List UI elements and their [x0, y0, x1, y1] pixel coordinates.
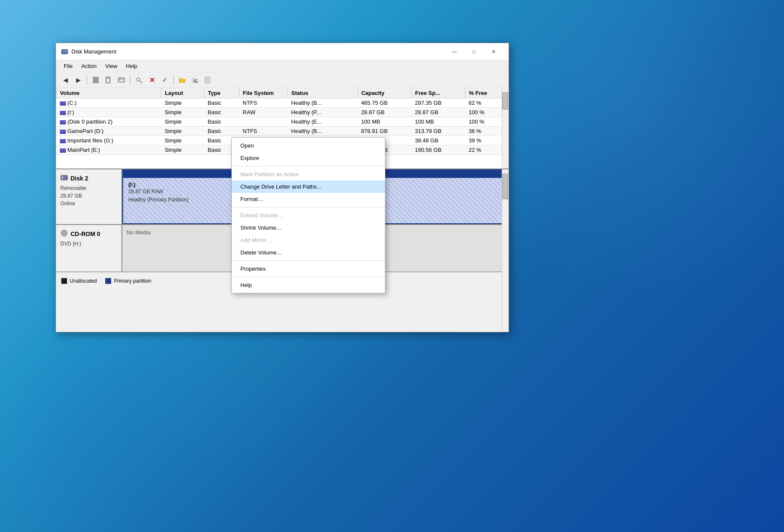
toolbar-sep-1 — [87, 75, 87, 85]
cell-5: 465.75 GB — [358, 98, 411, 108]
col-status[interactable]: Status — [288, 88, 358, 98]
svg-rect-13 — [121, 79, 124, 79]
svg-text:?: ? — [107, 77, 108, 80]
disk-management-window: Disk Management — □ ✕ File Action View H… — [56, 43, 509, 332]
cell-1: Simple — [161, 117, 204, 127]
disk2-title: Disk 2 — [60, 174, 117, 183]
menu-bar: File Action View Help — [56, 60, 509, 72]
cdrom-name: CD-ROM 0 — [71, 231, 100, 237]
back-button[interactable]: ◀ — [59, 74, 71, 86]
svg-rect-14 — [121, 80, 123, 80]
maximize-button[interactable]: □ — [464, 45, 484, 59]
view-disk-list-button[interactable] — [90, 74, 102, 86]
search-button[interactable] — [189, 74, 201, 86]
no-media-text: No Media — [127, 229, 151, 236]
legend-unallocated: Unallocated — [61, 278, 97, 284]
svg-rect-3 — [65, 51, 67, 52]
disk2-info: Removable 28.87 GB Online — [60, 184, 117, 207]
svg-rect-2 — [65, 50, 67, 51]
properties-button[interactable]: ? — [103, 74, 115, 86]
disk2-size: 28.87 GB — [60, 192, 117, 200]
cell-4: Healthy (B... — [288, 127, 358, 136]
folder-button[interactable] — [176, 74, 188, 86]
ctx-help[interactable]: Help — [232, 279, 385, 291]
cell-5: 100 MB — [358, 117, 411, 127]
ctx-delete[interactable]: Delete Volume… — [232, 246, 385, 259]
ctx-add-mirror: Add Mirror… — [232, 234, 385, 246]
cell-5: 878.91 GB — [358, 127, 411, 136]
delete-button[interactable]: ✕ — [146, 74, 158, 86]
cdrom-type: DVD (H:) — [60, 240, 117, 248]
cell-1: Simple — [161, 136, 204, 145]
col-capacity[interactable]: Capacity — [358, 88, 411, 98]
table-row[interactable]: (Disk 0 partition 2)SimpleBasicHealthy (… — [56, 117, 509, 127]
scrollbar-thumb[interactable] — [502, 92, 508, 109]
table-row[interactable]: (C:)SimpleBasicNTFSHealthy (B...465.75 G… — [56, 98, 509, 108]
disk-properties-button[interactable] — [115, 74, 127, 86]
menu-file[interactable]: File — [59, 61, 77, 71]
toolbar-sep-2 — [130, 75, 130, 85]
col-layout[interactable]: Layout — [161, 88, 204, 98]
ctx-separator — [232, 260, 385, 261]
cell-3: RAW — [239, 108, 287, 117]
col-type[interactable]: Type — [204, 88, 240, 98]
svg-rect-10 — [107, 78, 109, 78]
svg-point-27 — [63, 232, 65, 234]
cell-0: GamePart (D:) — [56, 127, 161, 136]
cdrom-title: CD-ROM 0 — [60, 229, 117, 238]
toolbar: ◀ ▶ ? ✕ ✓ — [56, 72, 509, 88]
svg-line-16 — [139, 81, 142, 83]
col-volume[interactable]: Volume — [56, 88, 161, 98]
window-icon — [61, 48, 68, 55]
cell-1: Simple — [161, 127, 204, 136]
disk2-status: Online — [60, 200, 117, 207]
ctx-mark-active: Mark Partition as Active — [232, 168, 385, 180]
cell-0: MainPart (E:) — [56, 145, 161, 155]
table-row[interactable]: GamePart (D:)SimpleBasicNTFSHealthy (B..… — [56, 127, 509, 136]
cdrom-icon — [60, 229, 68, 238]
disk-map-scrollbar[interactable] — [502, 169, 509, 332]
disk2-name: Disk 2 — [71, 175, 88, 182]
cell-0: (Disk 0 partition 2) — [56, 117, 161, 127]
ctx-open[interactable]: Open — [232, 139, 385, 152]
check-button[interactable]: ✓ — [159, 74, 171, 86]
ctx-change-drive[interactable]: Change Drive Letter and Paths… — [232, 180, 385, 193]
script-button[interactable] — [202, 74, 214, 86]
cell-6: 287.35 GB — [411, 98, 465, 108]
table-scrollbar[interactable] — [502, 88, 509, 168]
context-menu: OpenExploreMark Partition as ActiveChang… — [231, 137, 385, 293]
ctx-format[interactable]: Format… — [232, 193, 385, 205]
cdrom-label: CD-ROM 0 DVD (H:) — [56, 225, 122, 272]
legend-primary-box — [105, 278, 111, 284]
window-controls: — □ ✕ — [444, 45, 503, 59]
disk-map-scrollbar-thumb[interactable] — [502, 174, 508, 199]
cell-1: Simple — [161, 145, 204, 155]
cell-0: Important files (G:) — [56, 136, 161, 145]
col-fs[interactable]: File System — [239, 88, 287, 98]
ctx-separator — [232, 207, 385, 207]
minimize-button[interactable]: — — [444, 45, 464, 59]
forward-button[interactable]: ▶ — [72, 74, 84, 86]
ctx-explore[interactable]: Explore — [232, 152, 385, 164]
svg-rect-12 — [119, 79, 121, 80]
cdrom-info: DVD (H:) — [60, 240, 117, 248]
close-button[interactable]: ✕ — [484, 45, 503, 59]
svg-rect-4 — [65, 52, 66, 53]
svg-point-15 — [136, 78, 140, 81]
menu-view[interactable]: View — [101, 61, 121, 71]
ctx-properties[interactable]: Properties — [232, 263, 385, 275]
menu-action[interactable]: Action — [77, 61, 101, 71]
col-free[interactable]: Free Sp... — [411, 88, 465, 98]
legend-primary-label: Primary partition — [114, 278, 151, 284]
cell-6: 100 MB — [411, 117, 465, 127]
cell-2: Basic — [204, 98, 240, 108]
svg-rect-6 — [93, 79, 99, 81]
table-row[interactable]: (I:)SimpleBasicRAWHealthy (P...28.87 GB2… — [56, 108, 509, 117]
title-bar: Disk Management — □ ✕ — [56, 43, 509, 60]
ctx-shrink[interactable]: Shrink Volume… — [232, 222, 385, 234]
menu-help[interactable]: Help — [121, 61, 142, 71]
key-button[interactable] — [133, 74, 145, 86]
svg-rect-5 — [93, 77, 99, 79]
disk2-label: Disk 2 Removable 28.87 GB Online — [56, 169, 122, 224]
svg-rect-1 — [62, 50, 64, 52]
